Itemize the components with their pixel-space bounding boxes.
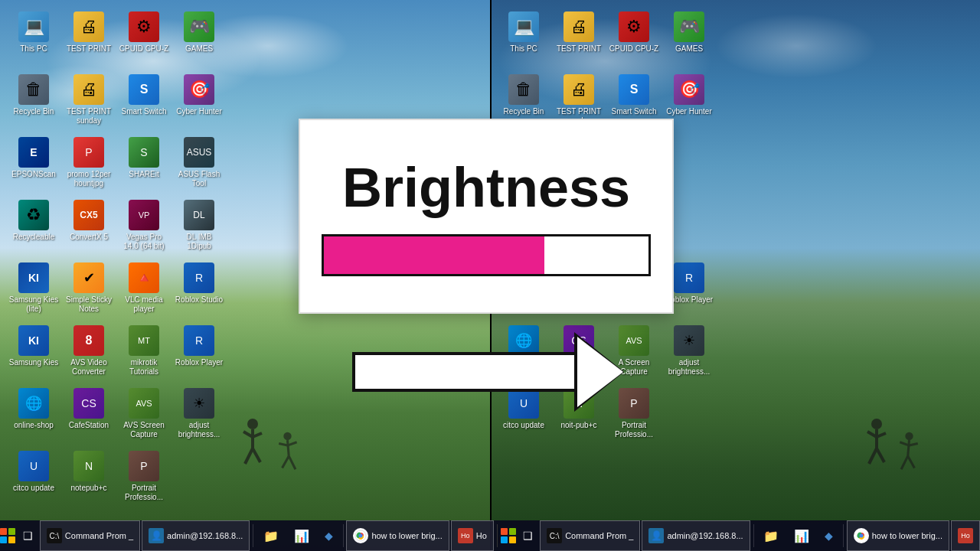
svg-line-21 <box>910 443 918 445</box>
icon-portrait[interactable]: P Portrait Professio... <box>118 447 170 508</box>
win-logo-tl <box>0 528 7 535</box>
svg-point-0 <box>247 419 258 429</box>
icon-thispc-r[interactable]: 💻 This PC <box>498 8 550 69</box>
svg-line-17 <box>877 448 884 462</box>
excel-btn[interactable]: 📊 <box>287 520 316 551</box>
admin-taskbar-button[interactable]: 👤 admin@192.168.8... <box>142 520 250 551</box>
svg-line-9 <box>279 443 287 445</box>
arrow-head-fill <box>577 337 623 407</box>
ho-taskbar-button[interactable]: Ho Ho <box>451 520 494 551</box>
svg-point-12 <box>871 419 882 429</box>
icon-mikrotik[interactable]: MT mikrotik Tutorials <box>118 321 170 383</box>
taskview-button-2[interactable]: ❑ <box>518 520 538 551</box>
folder-btn-2[interactable]: 📁 <box>756 520 786 551</box>
admin-taskbar-button-2[interactable]: 👤 admin@192.168.8... <box>642 520 750 551</box>
brightness-bar-fill <box>324 236 544 274</box>
icon-adjust-r[interactable]: ☀ adjust brightness... <box>663 321 715 383</box>
icon-citco-r[interactable]: U citco update <box>498 384 550 445</box>
excel-btn-2[interactable]: 📊 <box>787 520 816 551</box>
icon-testprint-sunday[interactable]: 🖨 TEST PRINT sunday <box>63 70 115 132</box>
cmd-taskbar-button-2[interactable]: C:\ Command Prom _ <box>540 520 640 551</box>
admin-icon: 👤 <box>149 528 164 543</box>
admin-label-2: admin@192.168.8... <box>667 531 743 540</box>
brightness-bar <box>322 234 651 276</box>
icon-testprint-r[interactable]: 🖨 TEST PRINT <box>553 8 605 69</box>
taskbar-divider-1 <box>253 524 253 547</box>
icon-avsvideo[interactable]: 8 AVS Video Converter <box>63 321 115 383</box>
chrome-taskbar-button[interactable]: how to lower brig... <box>346 520 449 551</box>
cmd-icon: C:\ <box>47 528 62 543</box>
taskbar-divider-4 <box>843 524 844 547</box>
windows-logo <box>0 528 15 543</box>
icon-dl[interactable]: DL DL IMB 1Dipub <box>173 196 225 257</box>
chrome-taskbar-button-2[interactable]: how to lower brig... <box>847 520 949 551</box>
chrome-icon-2 <box>854 528 869 543</box>
icon-convertx[interactable]: CX5 ConvertX 5 <box>63 196 115 257</box>
runner-left <box>237 418 268 478</box>
taskbar-divider-3 <box>753 524 754 547</box>
icon-notepad[interactable]: N notepub+c <box>63 447 115 508</box>
icon-onlineshop[interactable]: 🌐 online-shop <box>8 384 60 445</box>
svg-line-23 <box>908 456 915 468</box>
svg-line-19 <box>908 440 910 456</box>
start-button[interactable] <box>0 520 16 551</box>
icon-robloxstudio[interactable]: R Roblox Studio <box>173 259 225 320</box>
icon-cafestation[interactable]: CS CafeStation <box>63 384 115 445</box>
taskbar-divider-2 <box>343 524 344 547</box>
diamond-btn[interactable]: ◆ <box>318 520 340 551</box>
svg-point-6 <box>283 432 291 440</box>
brightness-title: Brightness <box>342 156 630 219</box>
icon-games-r[interactable]: 🎮 GAMES <box>663 8 715 69</box>
start-button-2[interactable] <box>500 520 516 551</box>
desktop-icons-left: 💻 This PC 🖨 TEST PRINT ⚙ CPUID CPU-Z 🎮 G… <box>8 8 227 508</box>
win-logo-tr <box>8 528 15 535</box>
svg-line-4 <box>245 448 253 464</box>
icon-samsungkies[interactable]: KI Samsung Kies <box>8 321 60 383</box>
cmd-taskbar-button[interactable]: C:\ Command Prom _ <box>40 520 140 551</box>
svg-line-5 <box>253 448 260 462</box>
icon-cyberhunter[interactable]: 🎯 Cyber Hunter <box>173 70 225 132</box>
svg-line-22 <box>901 456 908 469</box>
icon-games[interactable]: 🎮 GAMES <box>173 8 225 69</box>
icon-vlc[interactable]: 🔺 VLC media player <box>118 259 170 320</box>
icon-citco[interactable]: U citco update <box>8 447 60 508</box>
ho-taskbar-button-2[interactable]: Ho <box>951 520 980 551</box>
brightness-popup: Brightness <box>299 119 674 314</box>
svg-line-8 <box>288 442 297 445</box>
cmd-label: Command Prom _ <box>65 531 133 540</box>
windows-logo-2 <box>501 528 516 543</box>
icon-epson[interactable]: E EPSONScan <box>8 133 60 194</box>
runner-right <box>861 418 892 478</box>
icon-promo[interactable]: P promo 12per hountjpg <box>63 133 115 194</box>
taskview-button[interactable]: ❑ <box>18 520 38 551</box>
chrome-icon <box>353 528 368 543</box>
folder-btn[interactable]: 📁 <box>256 520 286 551</box>
diamond-btn-2[interactable]: ◆ <box>818 520 840 551</box>
svg-line-7 <box>288 440 289 456</box>
arrow-body <box>352 352 574 392</box>
svg-line-20 <box>900 442 909 445</box>
chrome-label: how to lower brig... <box>371 531 442 540</box>
icon-vegaspro[interactable]: VP Vegas Pro 14.0 (64 bit) <box>118 196 170 257</box>
taskbar-divider-mid <box>497 524 498 547</box>
icon-asus[interactable]: ASUS ASUS Flash Tool <box>173 133 225 194</box>
icon-smartswitch[interactable]: S Smart Switch <box>118 70 170 132</box>
icon-cpuid[interactable]: ⚙ CPUID CPU-Z <box>118 8 170 69</box>
ho-icon: Ho <box>458 528 473 543</box>
svg-point-26 <box>859 534 863 538</box>
icon-cpuid-r[interactable]: ⚙ CPUID CPU-Z <box>608 8 660 69</box>
ho-label: Ho <box>476 531 487 540</box>
icon-stickynotes[interactable]: ✔ Simple Sticky Notes <box>63 259 115 320</box>
icon-adjust[interactable]: ☀ adjust brightness... <box>173 384 225 445</box>
icon-shareit[interactable]: S SHAREit <box>118 133 170 194</box>
icon-avsscreen[interactable]: AVS AVS Screen Capture <box>118 384 170 445</box>
icon-thispc[interactable]: 💻 This PC <box>8 8 60 69</box>
arrow-right <box>352 352 574 392</box>
runner-right2 <box>896 431 923 484</box>
icon-samsungkies-lite[interactable]: KI Samsung Kies (lite) <box>8 259 60 320</box>
icon-recycleable[interactable]: ♻ Recycleable <box>8 196 60 257</box>
icon-testprint[interactable]: 🖨 TEST PRINT <box>63 8 115 69</box>
icon-robloxplayer[interactable]: R Roblox Player <box>173 321 225 383</box>
win-logo-br <box>8 536 15 543</box>
icon-recycle[interactable]: 🗑 Recycle Bin <box>8 70 60 132</box>
